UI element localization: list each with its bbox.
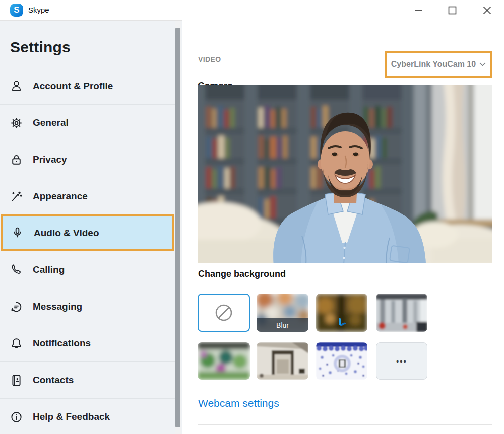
close-button[interactable] — [476, 0, 498, 20]
sidebar-item-help-feedback[interactable]: Help & Feedback — [0, 398, 175, 434]
blur-label: Blur — [276, 321, 289, 329]
sidebar-item-audio-video[interactable]: Audio & Video — [1, 214, 174, 251]
sidebar-item-label: Contacts — [33, 375, 74, 386]
sidebar-item-messaging[interactable]: Messaging — [0, 288, 175, 325]
background-option-white-room-image[interactable] — [257, 342, 308, 380]
app-title: Skype — [28, 6, 49, 14]
industrial-thumbnail-image — [376, 294, 427, 332]
page-title: Settings — [10, 39, 71, 56]
sidebar-item-appearance[interactable]: Appearance — [0, 178, 175, 214]
contacts-book-icon — [10, 374, 23, 387]
skype-logo-icon: S — [10, 4, 23, 17]
sidebar-item-label: General — [33, 117, 69, 128]
sidebar-item-label: Account & Profile — [33, 81, 113, 92]
green-room-thumbnail-image — [198, 342, 250, 380]
minimize-icon — [414, 6, 423, 15]
maximize-icon — [448, 6, 457, 15]
blue-pattern-thumbnail-image — [316, 342, 367, 380]
more-options-ellipsis: ••• — [396, 357, 407, 366]
camera-device-value: CyberLink YouCam 10 — [391, 60, 476, 69]
maximize-button[interactable] — [441, 0, 463, 20]
sidebar-item-privacy[interactable]: Privacy — [0, 141, 175, 178]
background-option-green-room-image[interactable] — [198, 342, 250, 380]
sidebar-item-label: Calling — [33, 264, 65, 275]
none-blocked-icon — [214, 303, 234, 323]
close-icon — [483, 6, 491, 15]
sidebar-item-notifications[interactable]: Notifications — [0, 325, 175, 361]
sidebar-item-label: Audio & Video — [34, 228, 99, 239]
white-room-thumbnail-image — [257, 342, 308, 380]
background-option-blue-pattern-image[interactable] — [316, 342, 367, 380]
info-icon — [10, 410, 23, 424]
background-option-none[interactable] — [198, 294, 250, 332]
change-background-label: Change background — [198, 269, 286, 279]
lock-icon — [10, 153, 23, 167]
background-option-blur[interactable]: Blur — [257, 294, 308, 332]
camera-preview-image — [198, 85, 492, 263]
sidebar-item-label: Appearance — [33, 191, 88, 202]
sidebar-item-general[interactable]: General — [0, 104, 175, 141]
phone-icon — [10, 263, 23, 276]
settings-sidebar: Settings Account & Profile — [0, 20, 182, 434]
background-option-more-button[interactable]: ••• — [376, 342, 427, 380]
sidebar-scrollbar-thumb[interactable] — [175, 28, 180, 427]
microphone-icon — [11, 226, 24, 240]
bing-thumbnail-image — [316, 294, 367, 332]
blur-label-band: Blur — [257, 318, 308, 332]
sidebar-item-label: Messaging — [33, 301, 82, 312]
sidebar-item-label: Help & Feedback — [33, 411, 110, 422]
skype-settings-window: S Skype Settings — [0, 0, 504, 434]
chevron-down-icon — [479, 62, 486, 66]
webcam-settings-link[interactable]: Webcam settings — [198, 397, 279, 409]
chat-bubble-icon — [10, 300, 23, 314]
sidebar-scrollbar — [175, 21, 181, 434]
video-section-label: VIDEO — [198, 55, 221, 63]
magic-wand-icon — [10, 190, 23, 203]
person-icon — [10, 79, 23, 93]
sidebar-item-account-profile[interactable]: Account & Profile — [0, 67, 175, 104]
camera-device-dropdown[interactable]: CyberLink YouCam 10 — [391, 60, 486, 69]
sidebar-item-contacts[interactable]: Contacts — [0, 361, 175, 398]
minimize-button[interactable] — [407, 0, 429, 20]
sidebar-item-label: Privacy — [33, 154, 67, 165]
titlebar: S Skype — [0, 0, 504, 20]
background-option-bing-image[interactable] — [316, 294, 367, 332]
bell-icon — [10, 337, 23, 350]
camera-device-highlight-box: CyberLink YouCam 10 — [385, 51, 492, 78]
section-divider — [198, 424, 492, 425]
gear-icon — [10, 116, 23, 130]
settings-menu: Account & Profile — [0, 67, 175, 434]
camera-preview — [198, 85, 492, 263]
sidebar-item-label: Notifications — [33, 338, 91, 349]
audio-video-settings-panel: VIDEO Camera CyberLink YouCam 10 — [182, 20, 504, 434]
sidebar-item-calling[interactable]: Calling — [0, 251, 175, 288]
background-option-industrial-image[interactable] — [376, 294, 427, 332]
